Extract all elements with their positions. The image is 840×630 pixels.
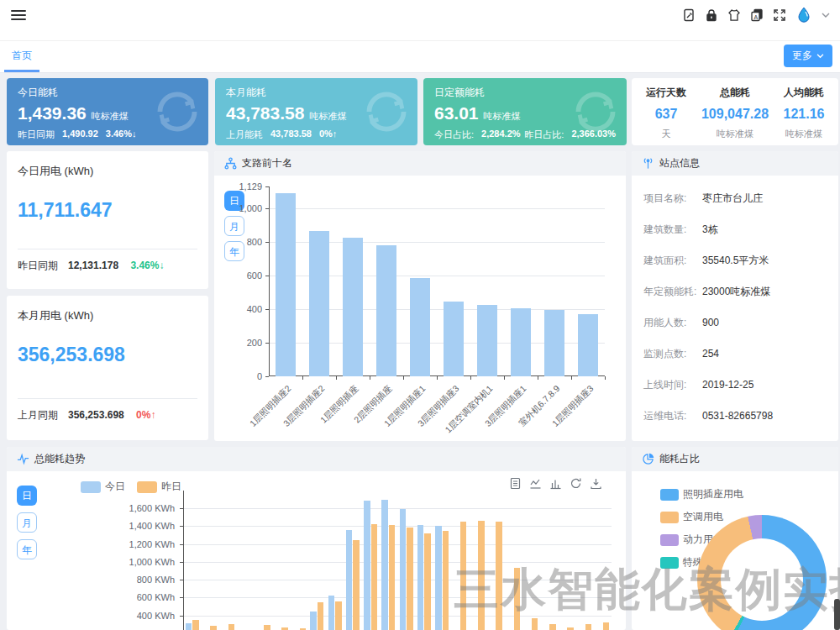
x-tick-mark bbox=[504, 376, 505, 380]
branch-bar bbox=[276, 193, 296, 376]
y-tick-mark bbox=[265, 376, 269, 377]
y-tick-label: 600 bbox=[213, 270, 262, 281]
trend-bar-yesterday bbox=[460, 522, 467, 630]
kpi-card-today-energy: 今日能耗 1,439.36吨标准煤 昨日同期1,490.923.46%↓ bbox=[7, 78, 208, 145]
y-tick-label: 1,000 bbox=[213, 203, 262, 213]
trend-bar-yesterday bbox=[443, 531, 449, 630]
navbar-actions: A bbox=[682, 7, 830, 24]
trend-bar-today bbox=[364, 501, 370, 630]
trend-bar-yesterday bbox=[264, 625, 270, 630]
kpi-card-month-energy: 本月能耗 43,783.58吨标准煤 上月能耗43,783.580%↑ bbox=[215, 78, 417, 145]
period-button-month[interactable]: 月 bbox=[17, 512, 37, 533]
legend-label: 空调用电 bbox=[683, 510, 723, 524]
dashboard-root: A 首页 更多 今日能耗 1,439.36吨标准煤 昨日同期1,490.923.… bbox=[0, 0, 840, 630]
branch-bar bbox=[410, 278, 430, 376]
stat-label: 运行天数 bbox=[632, 86, 701, 100]
y-axis-line bbox=[183, 491, 184, 630]
branch-bar bbox=[309, 231, 329, 376]
pie-legend-item-0[interactable]: 照明插座用电 bbox=[660, 487, 743, 501]
x-tick-mark bbox=[336, 376, 337, 380]
panel-title: 站点信息 bbox=[659, 156, 700, 171]
energy-trend-panel: 总能耗趋势 今日昨日 日月年 1,600 KWh1,400 KWh1,200 K… bbox=[7, 447, 626, 630]
energy-share-donut bbox=[697, 515, 827, 630]
tab-home[interactable]: 首页 bbox=[12, 49, 32, 63]
site-row-label: 用能人数: bbox=[643, 316, 702, 330]
branch-bar bbox=[511, 308, 531, 376]
trend-bar-yesterday bbox=[192, 620, 199, 630]
fullscreen-icon[interactable] bbox=[773, 8, 786, 22]
kpi-value: 63.01 bbox=[434, 103, 479, 123]
download-icon[interactable] bbox=[590, 477, 602, 490]
summary-stat: 总能耗109,047.28吨标准煤 bbox=[701, 78, 769, 145]
grid-line bbox=[183, 508, 612, 509]
trend-bar-yesterday bbox=[353, 540, 360, 630]
trend-bar-today bbox=[186, 623, 192, 630]
trend-bar-today bbox=[381, 500, 388, 630]
tool-doc-icon[interactable] bbox=[682, 8, 696, 22]
chevron-down-icon[interactable] bbox=[822, 13, 830, 18]
usage-value: 356,253.698 bbox=[18, 344, 208, 366]
trend-bar-today bbox=[328, 596, 335, 630]
copy-icon[interactable]: A bbox=[750, 8, 764, 22]
trend-bar-yesterday bbox=[514, 568, 521, 630]
site-row-value: 35540.5平方米 bbox=[702, 255, 769, 266]
trend-legend-item-1[interactable]: 昨日 bbox=[137, 480, 181, 494]
branch-bar bbox=[376, 245, 396, 376]
x-tick-mark bbox=[571, 376, 572, 380]
site-row-value: 0531-82665798 bbox=[702, 410, 773, 422]
y-tick-label: 800 KWh bbox=[126, 575, 175, 585]
branch-top10-panel: 支路前十名 日月年 1,1291,00080060040020001层照明插座2… bbox=[214, 151, 626, 441]
period-button-month[interactable]: 月 bbox=[224, 216, 244, 236]
tab-bar: 首页 更多 bbox=[0, 41, 840, 73]
site-row-value: 254 bbox=[702, 348, 719, 360]
legend-label: 今日 bbox=[105, 480, 125, 494]
site-info-row: 用能人数:900 bbox=[643, 316, 719, 330]
water-drop-logo[interactable] bbox=[795, 7, 812, 24]
line-chart-icon[interactable] bbox=[529, 477, 542, 490]
site-row-label: 年定额能耗: bbox=[643, 285, 702, 299]
kpi-unit: 吨标准煤 bbox=[484, 111, 521, 121]
grid-line bbox=[269, 208, 605, 209]
kpi-value: 43,783.58 bbox=[226, 103, 304, 123]
stat-label: 总能耗 bbox=[701, 86, 769, 100]
chart-toolbox bbox=[509, 477, 602, 490]
stat-unit: 天 bbox=[632, 128, 701, 140]
delta-percent: 3.46%↓ bbox=[130, 260, 164, 271]
y-axis-line bbox=[269, 186, 270, 376]
branch-top10-chart: 1,1291,00080060040020001层照明插座23层照明插座21层照… bbox=[269, 186, 605, 376]
y-tick-label: 400 KWh bbox=[126, 611, 175, 621]
period-button-day[interactable]: 日 bbox=[17, 486, 37, 506]
site-row-value: 900 bbox=[702, 317, 719, 328]
trend-bar-yesterday bbox=[228, 624, 235, 630]
stat-value: 637 bbox=[632, 107, 701, 122]
theme-shirt-icon[interactable] bbox=[727, 8, 741, 22]
trend-bar-yesterday bbox=[407, 528, 413, 630]
trend-legend-item-0[interactable]: 今日 bbox=[81, 480, 125, 494]
panel-header: 支路前十名 bbox=[214, 151, 626, 176]
panel-header: 能耗占比 bbox=[632, 447, 838, 471]
usage-title: 今日用电 (kWh) bbox=[7, 151, 208, 179]
site-row-label: 建筑面积: bbox=[643, 254, 702, 268]
refresh-watermark-icon bbox=[571, 87, 620, 136]
period-button-year[interactable]: 年 bbox=[17, 539, 37, 559]
energy-share-panel: 能耗占比 照明插座用电空调用电动力用电特殊用电 bbox=[632, 447, 838, 630]
trend-bar-today bbox=[400, 509, 407, 630]
site-row-label: 建筑数量: bbox=[643, 223, 702, 237]
site-row-label: 上线时间: bbox=[643, 378, 702, 392]
bar-chart-icon[interactable] bbox=[549, 477, 562, 490]
vertical-scrollbar-thumb[interactable] bbox=[834, 599, 840, 630]
refresh-icon[interactable] bbox=[570, 477, 582, 490]
data-view-icon[interactable] bbox=[509, 477, 522, 490]
refresh-watermark-icon bbox=[153, 87, 202, 136]
kpi-value: 1,439.36 bbox=[18, 103, 87, 123]
lock-icon[interactable] bbox=[705, 8, 718, 22]
x-tick-mark bbox=[605, 376, 606, 380]
more-button[interactable]: 更多 bbox=[784, 45, 832, 67]
grid-line bbox=[183, 580, 612, 580]
site-info-row: 年定额能耗:23000吨标准煤 bbox=[643, 285, 770, 299]
usage-title: 本月用电 (kWh) bbox=[7, 296, 208, 323]
y-tick-label: 1,129 bbox=[213, 181, 262, 192]
branch-bar bbox=[444, 302, 464, 376]
x-tick-label: 1层照明插座3 bbox=[528, 383, 596, 451]
hamburger-icon[interactable] bbox=[11, 10, 26, 22]
